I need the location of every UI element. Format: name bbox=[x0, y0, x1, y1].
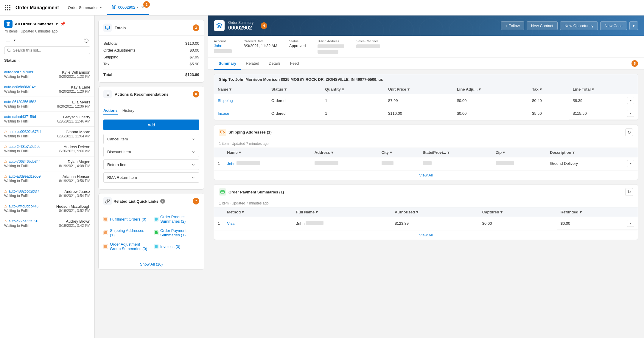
tab-summary[interactable]: Summary bbox=[214, 58, 241, 70]
sh-col-zip[interactable]: Zip ▾ bbox=[492, 148, 547, 157]
tab-details[interactable]: Details bbox=[264, 58, 285, 70]
account-label: Account bbox=[214, 39, 232, 43]
sh-col-name[interactable]: Name ▾ bbox=[223, 148, 311, 157]
quicklink-item[interactable]: Order Adjustment Group Summaries (0) bbox=[103, 241, 149, 252]
info-icon[interactable]: i bbox=[160, 199, 165, 204]
pay-col-refunded[interactable]: Refunded ▾ bbox=[557, 207, 638, 217]
quicklink-item[interactable]: Shipping Addresses (1) bbox=[103, 227, 149, 238]
list-item[interactable]: ⚠auto-706346bd5344 Dylan Mcgee Waiting t… bbox=[0, 156, 94, 171]
totals-row: Shipping$7.99 bbox=[103, 54, 199, 61]
sh-col-desc[interactable]: Description ▾ bbox=[546, 148, 638, 157]
order-header-text: Order Summary 00002902 bbox=[228, 21, 253, 31]
list-item[interactable]: auto-ac0c8b86b14e Kayla Lane Waiting to … bbox=[0, 82, 94, 97]
svg-rect-6 bbox=[5, 9, 6, 10]
col-unit-price[interactable]: Unit Price ▾ bbox=[385, 85, 453, 94]
shipping-icon bbox=[219, 129, 226, 136]
col-status[interactable]: Status ▾ bbox=[268, 85, 321, 94]
item-name-cell[interactable]: Incase bbox=[214, 107, 268, 120]
quicklink-item[interactable]: Invoices (0) bbox=[154, 241, 199, 252]
list-item[interactable]: auto-9fcd71570891 Kylie Williamson Waiti… bbox=[0, 67, 94, 82]
sh-col-city[interactable]: City ▾ bbox=[378, 148, 419, 157]
actions-header: Actions & Recommendations 6 bbox=[99, 86, 204, 102]
list-item[interactable]: auto-dabcd437159d Grayson Cherry Waiting… bbox=[0, 112, 94, 127]
new-opportunity-button[interactable]: New Opportunity bbox=[560, 21, 598, 30]
payment-summaries-section: Order Payment Summaries (1) ↻ 1 item · U… bbox=[214, 184, 638, 240]
payment-refresh-button[interactable]: ↻ bbox=[625, 188, 633, 196]
row-dropdown-icon[interactable]: ▾ bbox=[627, 160, 634, 167]
list-item[interactable]: ⚠auto-a3d9ead1e559 Arianna Henson Waitin… bbox=[0, 171, 94, 186]
row-dropdown-icon[interactable]: ▾ bbox=[627, 110, 634, 117]
total-value: $123.89 bbox=[185, 72, 199, 77]
sidebar-title-label: All Order Summaries bbox=[15, 22, 53, 26]
tab-related[interactable]: Related bbox=[241, 58, 264, 70]
more-actions-button[interactable]: ▾ bbox=[629, 21, 638, 30]
action-label: Cancel Item bbox=[107, 137, 128, 141]
tab-order-summaries[interactable]: Order Summaries ▾ bbox=[64, 0, 108, 15]
sidebar-dropdown-icon[interactable]: ▾ bbox=[56, 22, 58, 26]
pay-col-fullname[interactable]: Full Name ▾ bbox=[293, 207, 391, 217]
follow-button[interactable]: + Follow bbox=[501, 21, 524, 30]
list-item[interactable]: ⚠auto-8ff4d3dcb446 Hudson Mccullough Wai… bbox=[0, 201, 94, 216]
action-select[interactable]: Cancel Item bbox=[103, 134, 199, 144]
col-line-total[interactable]: Line Total ▾ bbox=[569, 85, 638, 94]
col-name[interactable]: Name ▾ bbox=[214, 85, 268, 94]
list-item[interactable]: ⚠auto-ee00302b375d Gianna Moore Waiting … bbox=[0, 127, 94, 142]
col-quantity[interactable]: Quantity ▾ bbox=[321, 85, 385, 94]
tab-feed[interactable]: Feed bbox=[285, 58, 304, 70]
tab-actions[interactable]: Actions bbox=[103, 106, 118, 115]
svg-marker-34 bbox=[223, 131, 224, 133]
pay-col-captured[interactable]: Captured ▾ bbox=[479, 207, 557, 217]
sort-header: Status bbox=[4, 57, 90, 64]
new-case-button[interactable]: New Case bbox=[600, 21, 627, 30]
search-input[interactable] bbox=[13, 48, 88, 52]
list-item[interactable]: auto-861203561582 Ella Myers Waiting to … bbox=[0, 97, 94, 112]
quicklink-label: Shipping Addresses (1) bbox=[110, 228, 149, 237]
view-dropdown-icon[interactable]: ▾ bbox=[14, 38, 15, 42]
quicklink-item[interactable]: Fulfillment Orders (0) bbox=[103, 213, 149, 225]
shipping-view-all[interactable]: View All bbox=[214, 170, 638, 180]
svg-rect-5 bbox=[9, 7, 10, 8]
list-item[interactable]: ⚠auto-4882ccd2b8f7 Andrew Juarez Waiting… bbox=[0, 186, 94, 201]
action-select[interactable]: Discount Item bbox=[103, 147, 199, 157]
item-name-cell[interactable]: Shipping bbox=[214, 94, 268, 107]
sh-name-cell[interactable]: John bbox=[223, 157, 311, 170]
list-view-icon[interactable] bbox=[4, 36, 12, 44]
svg-rect-1 bbox=[7, 5, 8, 6]
new-contact-button[interactable]: New Contact bbox=[527, 21, 558, 30]
sidebar-pin-icon[interactable]: 📌 bbox=[60, 21, 65, 26]
action-select[interactable]: Return Item bbox=[103, 159, 199, 170]
action-select[interactable]: RMA Return Item bbox=[103, 172, 199, 183]
item-price-cell: $7.99 bbox=[385, 94, 453, 107]
pay-method-cell[interactable]: Visa bbox=[223, 217, 293, 230]
quicklink-item[interactable]: Order Product Summaries (2) bbox=[154, 213, 199, 225]
order-header-actions: + Follow New Contact New Opportunity New… bbox=[501, 21, 638, 30]
quicklinks-card: Related List Quick Links i 7 Fulfillment… bbox=[98, 193, 204, 270]
row-dropdown-icon[interactable]: ▾ bbox=[627, 97, 634, 104]
sh-col-address[interactable]: Address ▾ bbox=[311, 148, 378, 157]
payment-view-all[interactable]: View All bbox=[214, 230, 638, 240]
pay-col-method[interactable]: Method ▾ bbox=[223, 207, 293, 217]
add-button[interactable]: Add bbox=[103, 120, 199, 130]
list-item[interactable]: ⚠auto-c22be55f0613 Audrey Brown Waiting … bbox=[0, 216, 94, 231]
svg-rect-7 bbox=[7, 9, 8, 10]
show-all-button[interactable]: Show All (10) bbox=[99, 259, 204, 269]
grid-icon[interactable] bbox=[4, 4, 12, 12]
tab-history[interactable]: History bbox=[122, 106, 134, 115]
svg-rect-26 bbox=[104, 218, 107, 221]
row-dropdown-icon[interactable]: ▾ bbox=[627, 220, 634, 227]
shipping-refresh-button[interactable]: ↻ bbox=[625, 128, 633, 136]
sh-col-state[interactable]: State/Provi... ▾ bbox=[419, 148, 492, 157]
sales-channel-label: Sales Channel bbox=[356, 39, 380, 43]
refresh-icon[interactable] bbox=[83, 36, 90, 44]
pay-col-authorized[interactable]: Authorized ▾ bbox=[391, 207, 479, 217]
quicklink-item[interactable]: Order Payment Summaries (1) bbox=[154, 227, 199, 238]
tab-00002902[interactable]: 00002902 ▾ ✕ 2 bbox=[107, 0, 149, 15]
col-tax[interactable]: Tax ▾ bbox=[528, 85, 569, 94]
quicklink-icon bbox=[154, 217, 158, 221]
list-item[interactable]: ⚠auto-2438e7a0c5de Andrew Deleon Waiting… bbox=[0, 142, 94, 156]
billing-address-label: Billing Address bbox=[318, 39, 344, 43]
col-line-adj[interactable]: Line Adju... ▾ bbox=[453, 85, 528, 94]
account-value[interactable]: John bbox=[214, 44, 232, 48]
quicklink-label: Order Payment Summaries (1) bbox=[160, 228, 199, 237]
sidebar-title: All Order Summaries ▾ 📌 bbox=[4, 20, 90, 28]
